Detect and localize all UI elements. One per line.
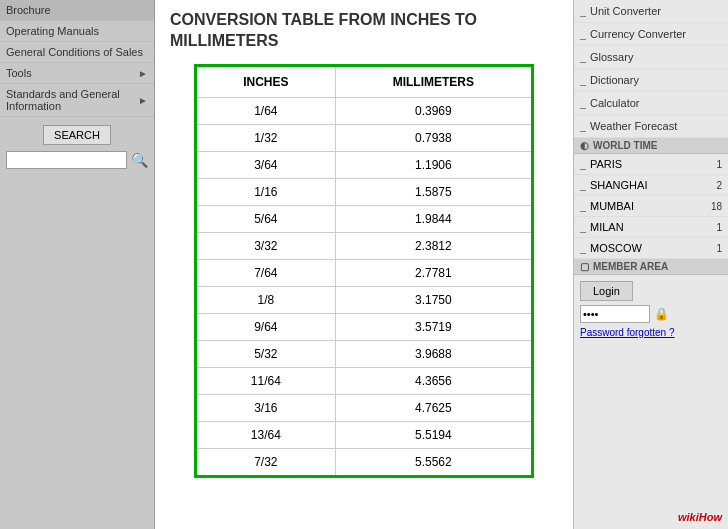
- table-row: 3/641.1906: [196, 151, 533, 178]
- link-icon: ⎯: [580, 98, 586, 109]
- link-icon: ⎯: [580, 52, 586, 63]
- password-icon: 🔒: [654, 307, 669, 321]
- flag-icon: ⎯: [580, 159, 586, 170]
- sidebar-item-standards[interactable]: Standards and General Information ►: [0, 84, 154, 117]
- chevron-right-icon: ►: [138, 68, 148, 79]
- table-row: 11/644.3656: [196, 367, 533, 394]
- password-input[interactable]: [580, 305, 650, 323]
- world-time-city-item[interactable]: ⎯MILAN1: [574, 217, 728, 238]
- right-link-item[interactable]: ⎯Unit Converter: [574, 0, 728, 23]
- sidebar-item-tools[interactable]: Tools ►: [0, 63, 154, 84]
- table-row: 3/322.3812: [196, 232, 533, 259]
- table-header-millimeters: MILLIMETERS: [335, 65, 532, 97]
- page-title: CONVERSION TABLE FROM INCHES TO MILLIMET…: [170, 10, 558, 52]
- right-link-item[interactable]: ⎯Calculator: [574, 92, 728, 115]
- table-row: 13/645.5194: [196, 421, 533, 448]
- flag-icon: ⎯: [580, 222, 586, 233]
- table-row: 1/83.1750: [196, 286, 533, 313]
- wikihow-how: How: [699, 511, 722, 523]
- table-row: 5/323.9688: [196, 340, 533, 367]
- flag-icon: ⎯: [580, 201, 586, 212]
- right-link-item[interactable]: ⎯Weather Forecast: [574, 115, 728, 138]
- flag-icon: ⎯: [580, 243, 586, 254]
- left-sidebar: Brochure Operating Manuals General Condi…: [0, 0, 155, 529]
- wikihow-wiki: wiki: [678, 511, 699, 523]
- world-time-city-item[interactable]: ⎯MUMBAI18: [574, 196, 728, 217]
- forgot-password-link[interactable]: Password forgotten ?: [580, 327, 722, 338]
- search-button[interactable]: SEARCH: [43, 125, 111, 145]
- tool-links-section: ⎯Unit Converter⎯Currency Converter⎯Gloss…: [574, 0, 728, 138]
- main-content: CONVERSION TABLE FROM INCHES TO MILLIMET…: [155, 0, 573, 529]
- table-row: 1/640.3969: [196, 97, 533, 124]
- search-icon: 🔍: [131, 152, 148, 168]
- sidebar-item-general-conditions[interactable]: General Conditions of Sales: [0, 42, 154, 63]
- world-time-header: ◐ WORLD TIME: [574, 138, 728, 154]
- member-icon: ▢: [580, 261, 589, 272]
- table-row: 1/320.7938: [196, 124, 533, 151]
- table-row: 5/641.9844: [196, 205, 533, 232]
- table-row: 7/642.7781: [196, 259, 533, 286]
- right-link-item[interactable]: ⎯Glossary: [574, 46, 728, 69]
- table-header-inches: INCHES: [196, 65, 336, 97]
- member-area-header: ▢ MEMBER AREA: [574, 259, 728, 275]
- member-area: Login 🔒 Password forgotten ?: [574, 275, 728, 344]
- world-time-city-item[interactable]: ⎯SHANGHAI2: [574, 175, 728, 196]
- link-icon: ⎯: [580, 75, 586, 86]
- conversion-table: INCHES MILLIMETERS 1/640.39691/320.79383…: [194, 64, 534, 478]
- table-row: 7/325.5562: [196, 448, 533, 476]
- login-button[interactable]: Login: [580, 281, 633, 301]
- clock-icon: ◐: [580, 140, 589, 151]
- world-time-city-item[interactable]: ⎯PARIS1: [574, 154, 728, 175]
- world-time-city-item[interactable]: ⎯MOSCOW1: [574, 238, 728, 259]
- search-section: SEARCH 🔍: [0, 117, 154, 177]
- right-link-item[interactable]: ⎯Currency Converter: [574, 23, 728, 46]
- link-icon: ⎯: [580, 121, 586, 132]
- flag-icon: ⎯: [580, 180, 586, 191]
- sidebar-item-operating-manuals[interactable]: Operating Manuals: [0, 21, 154, 42]
- table-row: 1/161.5875: [196, 178, 533, 205]
- search-input[interactable]: [6, 151, 127, 169]
- wikihow-badge: wikiHow: [678, 511, 722, 523]
- table-row: 9/643.5719: [196, 313, 533, 340]
- chevron-right-icon: ►: [138, 95, 148, 106]
- world-time-list: ⎯PARIS1⎯SHANGHAI2⎯MUMBAI18⎯MILAN1⎯MOSCOW…: [574, 154, 728, 259]
- link-icon: ⎯: [580, 29, 586, 40]
- table-row: 3/164.7625: [196, 394, 533, 421]
- right-sidebar: ⎯Unit Converter⎯Currency Converter⎯Gloss…: [573, 0, 728, 529]
- right-link-item[interactable]: ⎯Dictionary: [574, 69, 728, 92]
- link-icon: ⎯: [580, 6, 586, 17]
- sidebar-item-brochure[interactable]: Brochure: [0, 0, 154, 21]
